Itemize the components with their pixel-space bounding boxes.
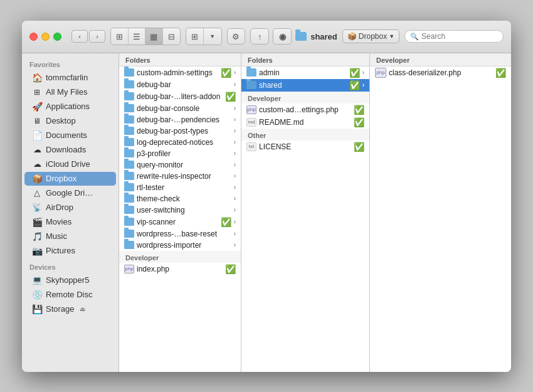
sidebar-item-documents[interactable]: 📄 Documents bbox=[24, 129, 116, 142]
sidebar-item-movies[interactable]: 🎬 Movies bbox=[24, 215, 116, 229]
sidebar-label-storage: Storage bbox=[46, 304, 75, 314]
panel-1: Folders custom-admin-settings ✅ › debug-… bbox=[119, 53, 241, 372]
sidebar-item-dropbox[interactable]: 📦 Dropbox bbox=[24, 172, 116, 186]
file-name: index.php bbox=[137, 265, 223, 273]
file-name: LICENSE bbox=[259, 142, 351, 151]
arrow-icon: › bbox=[234, 206, 236, 213]
folder-custom-admin-settings[interactable]: custom-admin-settings ✅ › bbox=[119, 66, 241, 79]
sidebar-item-remote-disc[interactable]: 💿 Remote Disc bbox=[24, 288, 116, 302]
status-icon: ✅ bbox=[354, 117, 364, 127]
sidebar-label-music: Music bbox=[46, 231, 67, 241]
sidebar-item-airdrop[interactable]: 📡 AirDrop bbox=[24, 201, 116, 215]
view-column-button[interactable]: ▦ bbox=[145, 28, 163, 45]
file-license[interactable]: txt LICENSE ✅ bbox=[241, 140, 369, 153]
file-name: debug-bar bbox=[137, 80, 231, 89]
view-cover-button[interactable]: ⊟ bbox=[163, 28, 181, 45]
google-drive-icon: △ bbox=[32, 188, 42, 198]
folder-icon bbox=[124, 218, 134, 226]
folder-icon bbox=[124, 104, 134, 112]
arrange-button[interactable]: ⊞ bbox=[186, 28, 204, 45]
view-icon-button[interactable]: ⊞ bbox=[111, 28, 129, 45]
folder-icon bbox=[124, 161, 134, 169]
sidebar-item-google-drive[interactable]: △ Google Dri… bbox=[24, 186, 116, 200]
folder-debug-bar-pendencies[interactable]: debug-bar-…pendencies › bbox=[119, 114, 241, 125]
search-bar[interactable]: 🔍 bbox=[404, 30, 504, 43]
folder-debug-bar[interactable]: debug-bar › bbox=[119, 79, 241, 90]
view-list-button[interactable]: ☰ bbox=[129, 28, 146, 45]
arrange-arrow[interactable]: ▼ bbox=[204, 28, 221, 45]
sidebar-item-downloads[interactable]: ☁ Downloads bbox=[24, 143, 116, 157]
folder-debug-bar-post-types[interactable]: debug-bar-post-types › bbox=[119, 125, 241, 137]
dropbox-button[interactable]: 📦 Dropbox ▼ bbox=[342, 29, 399, 43]
fullscreen-button[interactable] bbox=[53, 33, 61, 41]
folder-icon bbox=[124, 115, 134, 124]
folder-rewrite-rules[interactable]: rewrite-rules-inspector › bbox=[119, 171, 241, 182]
share-button[interactable]: ↑ bbox=[250, 28, 269, 45]
folder-icon bbox=[124, 149, 134, 157]
folder-rtl-tester[interactable]: rtl-tester › bbox=[119, 182, 241, 193]
laptop-icon: 💻 bbox=[32, 275, 42, 285]
status-icon: ✅ bbox=[225, 92, 236, 102]
panel1-dev-section: Developer bbox=[119, 251, 241, 263]
folder-icon bbox=[246, 68, 256, 77]
arrow-icon: › bbox=[234, 230, 236, 237]
sidebar-item-music[interactable]: 🎵 Music bbox=[24, 230, 116, 243]
file-name: user-switching bbox=[137, 206, 231, 215]
tag-button[interactable]: ◉ bbox=[273, 28, 292, 45]
folder-shared[interactable]: shared ✅ › bbox=[241, 79, 369, 92]
file-readme-md[interactable]: md README.md ✅ bbox=[241, 116, 369, 129]
panel2-dev-section: Developer bbox=[241, 92, 369, 103]
action-button[interactable]: ⚙ bbox=[227, 28, 246, 45]
dropbox-label: Dropbox bbox=[359, 32, 387, 41]
favorites-section-label: Favorites bbox=[22, 56, 119, 70]
panel2-other-section: Other bbox=[241, 129, 369, 140]
folder-debug-bar-console[interactable]: debug-bar-console › bbox=[119, 103, 241, 114]
traffic-lights bbox=[29, 33, 61, 41]
folder-vip-scanner[interactable]: vip-scanner ✅ › bbox=[119, 216, 241, 228]
folder-theme-check[interactable]: theme-check › bbox=[119, 193, 241, 204]
file-custom-settings[interactable]: php custom-ad…ettings.php ✅ bbox=[241, 103, 369, 116]
folder-icon bbox=[124, 172, 134, 180]
sidebar-label-skyhopper5: Skyhopper5 bbox=[46, 275, 89, 285]
back-button[interactable]: ‹ bbox=[71, 30, 88, 43]
sidebar-item-pictures[interactable]: 📷 Pictures bbox=[24, 244, 116, 258]
disc-icon: 💿 bbox=[32, 290, 42, 300]
file-name: wordpress-…base-reset bbox=[137, 230, 231, 238]
pictures-icon: 📷 bbox=[32, 246, 42, 256]
arrow-icon: › bbox=[234, 241, 236, 248]
folder-icon bbox=[124, 138, 134, 146]
sidebar-item-storage[interactable]: 💾 Storage ⏏ bbox=[24, 302, 116, 316]
sidebar-item-desktop[interactable]: 🖥 Desktop bbox=[24, 114, 116, 128]
folder-debug-bar-liters[interactable]: debug-bar-…liters-addon ✅ bbox=[119, 90, 241, 103]
folder-wordpress-base-reset[interactable]: wordpress-…base-reset › bbox=[119, 228, 241, 240]
sidebar-item-all-my-files[interactable]: ⊞ All My Files bbox=[24, 85, 116, 99]
sidebar-item-applications[interactable]: 🚀 Applications bbox=[24, 100, 116, 114]
arrow-icon: › bbox=[234, 81, 236, 88]
music-icon: 🎵 bbox=[32, 231, 42, 241]
folder-wordpress-importer[interactable]: wordpress-importer › bbox=[119, 240, 241, 251]
folder-icon bbox=[124, 241, 134, 249]
file-name: README.md bbox=[259, 118, 351, 127]
sidebar-item-icloud-drive[interactable]: ☁ iCloud Drive bbox=[24, 157, 116, 171]
file-index-php[interactable]: php index.php ✅ bbox=[119, 263, 241, 275]
file-class-deserializer[interactable]: php class-deserializer.php ✅ bbox=[370, 66, 511, 79]
folder-query-monitor[interactable]: query-monitor › bbox=[119, 159, 241, 171]
folder-icon bbox=[124, 183, 134, 191]
sidebar-label-dropbox: Dropbox bbox=[46, 174, 77, 183]
minimize-button[interactable] bbox=[41, 33, 50, 41]
folder-icon bbox=[124, 127, 134, 135]
forward-button[interactable]: › bbox=[89, 30, 105, 43]
close-button[interactable] bbox=[29, 33, 38, 41]
arrow-icon: › bbox=[234, 127, 236, 134]
status-icon: ✅ bbox=[349, 68, 360, 78]
dropbox-sidebar-icon: 📦 bbox=[32, 174, 42, 184]
folder-log-deprecated[interactable]: log-deprecated-notices › bbox=[119, 137, 241, 148]
sidebar-item-skyhopper5[interactable]: 💻 Skyhopper5 bbox=[24, 273, 116, 287]
folder-p3-profiler[interactable]: p3-profiler › bbox=[119, 148, 241, 159]
folder-user-switching[interactable]: user-switching › bbox=[119, 204, 241, 216]
php-icon: php bbox=[246, 105, 256, 114]
status-icon: ✅ bbox=[225, 264, 236, 274]
search-input[interactable] bbox=[421, 32, 498, 41]
folder-admin[interactable]: admin ✅ › bbox=[241, 66, 369, 79]
sidebar-item-tommcfarlin[interactable]: 🏠 tommcfarlin bbox=[24, 71, 116, 85]
